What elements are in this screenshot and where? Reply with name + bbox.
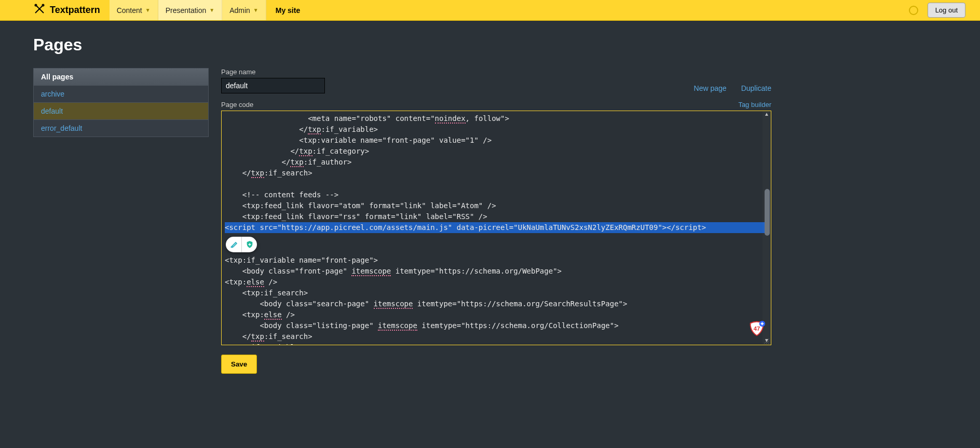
code-line[interactable]: <txp:else /> bbox=[225, 277, 768, 288]
page-list-item[interactable]: default bbox=[34, 103, 208, 120]
pages-panel: All pages archivedefaulterror_default bbox=[33, 68, 209, 137]
status-indicator-icon bbox=[909, 6, 918, 15]
page-name-input[interactable] bbox=[221, 78, 325, 93]
code-line[interactable]: <txp:if_variable name="front-page"> bbox=[225, 255, 768, 266]
top-navbar: Textpattern Content ▼ Presentation ▼ Adm… bbox=[0, 0, 980, 21]
brand-text: Textpattern bbox=[50, 5, 100, 16]
chevron-down-icon: ▼ bbox=[145, 7, 151, 13]
chevron-down-icon: ▼ bbox=[253, 7, 258, 13]
code-line[interactable]: <txp:variable name="front-page" value="1… bbox=[225, 135, 768, 146]
code-line[interactable]: </txp:if_search> bbox=[225, 168, 768, 179]
tag-builder-link[interactable]: Tag builder bbox=[738, 101, 771, 108]
svg-point-1 bbox=[43, 5, 44, 6]
page-list-item[interactable]: archive bbox=[34, 86, 208, 103]
code-line[interactable]: </txp:if_category> bbox=[225, 146, 768, 157]
menu-admin-label: Admin bbox=[229, 6, 250, 15]
badge-number: 47 bbox=[754, 325, 760, 332]
selection-toolbar bbox=[226, 237, 257, 252]
code-line[interactable]: <script src="https://app.picreel.com/ass… bbox=[225, 222, 768, 233]
page-list-item[interactable]: error_default bbox=[34, 120, 208, 137]
extension-badge[interactable]: 47 bbox=[748, 320, 766, 337]
code-line[interactable]: <body class="search-page" itemscope item… bbox=[225, 298, 768, 309]
scroll-up-icon[interactable]: ▲ bbox=[763, 111, 770, 118]
logout-button[interactable]: Log out bbox=[928, 3, 965, 18]
eraser-icon[interactable] bbox=[226, 237, 241, 252]
page-name-field: Page name bbox=[221, 68, 325, 93]
duplicate-link[interactable]: Duplicate bbox=[741, 84, 771, 92]
page-name-label: Page name bbox=[221, 68, 325, 76]
code-line[interactable]: </txp:if_author> bbox=[225, 157, 768, 168]
code-line[interactable]: </txp:if_variable> bbox=[225, 342, 768, 345]
code-line[interactable]: <!-- content feeds --> bbox=[225, 189, 768, 200]
code-line[interactable]: <txp:else /> bbox=[225, 309, 768, 320]
code-editor[interactable]: <meta name="robots" content="noindex, fo… bbox=[222, 111, 771, 345]
code-line[interactable]: </txp:if_search> bbox=[225, 331, 768, 342]
pages-panel-heading: All pages bbox=[34, 69, 208, 86]
menu-presentation-label: Presentation bbox=[166, 6, 207, 15]
site-link[interactable]: My site bbox=[266, 6, 309, 15]
svg-point-0 bbox=[35, 5, 37, 6]
brand: Textpattern bbox=[0, 3, 110, 18]
menu-presentation[interactable]: Presentation ▼ bbox=[158, 0, 223, 20]
code-line[interactable]: <txp:if_search> bbox=[225, 288, 768, 298]
scroll-thumb[interactable] bbox=[765, 189, 770, 236]
primary-menu: Content ▼ Presentation ▼ Admin ▼ bbox=[110, 0, 266, 20]
code-line[interactable]: <txp:feed_link flavor="atom" format="lin… bbox=[225, 200, 768, 211]
chevron-down-icon: ▼ bbox=[209, 7, 214, 13]
code-editor-container: <meta name="robots" content="noindex, fo… bbox=[221, 111, 771, 345]
code-line[interactable]: </txp:if_variable> bbox=[225, 124, 768, 135]
new-page-link[interactable]: New page bbox=[694, 84, 727, 92]
page-code-label: Page code bbox=[221, 101, 253, 108]
resize-handle-icon[interactable] bbox=[764, 337, 770, 344]
code-line[interactable]: <meta name="robots" content="noindex, fo… bbox=[225, 113, 768, 124]
menu-admin[interactable]: Admin ▼ bbox=[222, 0, 266, 20]
code-line[interactable]: <txp:feed_link flavor="rss" format="link… bbox=[225, 211, 768, 222]
brand-icon bbox=[33, 3, 46, 18]
add-protection-icon[interactable] bbox=[241, 237, 257, 252]
code-line[interactable]: <body class="front-page" itemscope itemt… bbox=[225, 266, 768, 277]
save-button[interactable]: Save bbox=[221, 355, 257, 374]
menu-content[interactable]: Content ▼ bbox=[110, 0, 158, 20]
menu-content-label: Content bbox=[117, 6, 142, 15]
page-title: Pages bbox=[33, 35, 771, 55]
scrollbar[interactable]: ▲ ▼ bbox=[763, 111, 771, 345]
code-line[interactable]: <body class="listing-page" itemscope ite… bbox=[225, 320, 768, 331]
